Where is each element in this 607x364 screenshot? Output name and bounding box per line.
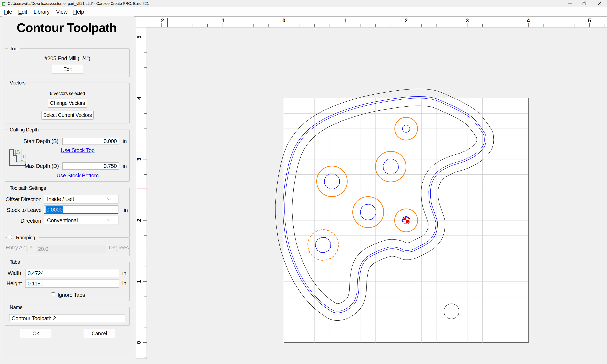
svg-text:5: 5 — [588, 17, 591, 24]
svg-text:3: 3 — [136, 158, 142, 161]
svg-text:-2: -2 — [159, 17, 164, 24]
svg-text:2: 2 — [405, 17, 408, 24]
svg-text:-1: -1 — [220, 17, 225, 24]
svg-text:0: 0 — [282, 17, 285, 24]
svg-text:3: 3 — [466, 17, 469, 24]
svg-text:4: 4 — [527, 17, 530, 24]
svg-text:S: S — [16, 149, 20, 155]
svg-text:1: 1 — [136, 280, 142, 283]
svg-text:2: 2 — [136, 219, 142, 222]
svg-text:0: 0 — [136, 341, 142, 344]
svg-text:4: 4 — [136, 96, 142, 100]
svg-text:5: 5 — [136, 36, 142, 39]
svg-text:D: D — [23, 154, 26, 159]
svg-text:1: 1 — [343, 17, 346, 24]
